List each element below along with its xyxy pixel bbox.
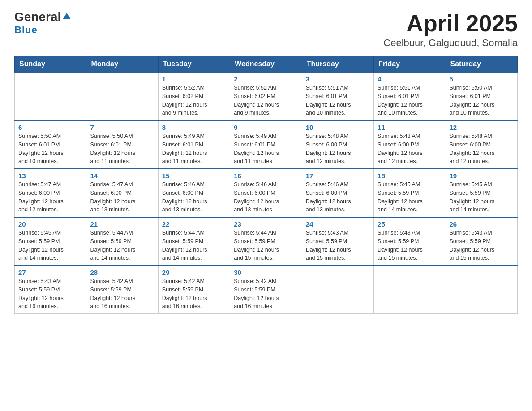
- calendar-cell: 12Sunrise: 5:48 AMSunset: 6:00 PMDayligh…: [446, 120, 517, 169]
- day-number: 5: [450, 75, 514, 83]
- day-number: 30: [234, 269, 298, 276]
- day-number: 10: [306, 124, 370, 131]
- day-info: Sunrise: 5:43 AMSunset: 5:59 PMDaylight:…: [18, 277, 82, 311]
- day-number: 21: [90, 220, 154, 228]
- day-number: 26: [450, 220, 514, 228]
- calendar-cell: 14Sunrise: 5:47 AMSunset: 6:00 PMDayligh…: [86, 169, 158, 217]
- day-number: 18: [378, 172, 442, 180]
- calendar-cell: 8Sunrise: 5:49 AMSunset: 6:01 PMDaylight…: [158, 120, 230, 169]
- column-header-tuesday: Tuesday: [158, 56, 230, 73]
- logo-icon: [62, 11, 72, 21]
- logo-blue: Blue: [14, 24, 38, 36]
- calendar-week-row: 1Sunrise: 5:52 AMSunset: 6:02 PMDaylight…: [15, 72, 518, 120]
- day-number: 29: [162, 269, 226, 276]
- day-info: Sunrise: 5:48 AMSunset: 6:00 PMDaylight:…: [378, 132, 442, 166]
- calendar-header-row: SundayMondayTuesdayWednesdayThursdayFrid…: [15, 56, 518, 73]
- day-info: Sunrise: 5:49 AMSunset: 6:01 PMDaylight:…: [234, 132, 298, 166]
- day-info: Sunrise: 5:52 AMSunset: 6:02 PMDaylight:…: [162, 84, 226, 117]
- day-number: 27: [18, 269, 82, 276]
- day-number: 1: [162, 75, 226, 83]
- calendar-cell: 9Sunrise: 5:49 AMSunset: 6:01 PMDaylight…: [230, 120, 302, 169]
- calendar-cell: 25Sunrise: 5:43 AMSunset: 5:59 PMDayligh…: [374, 217, 446, 265]
- day-number: 8: [162, 124, 226, 131]
- column-header-thursday: Thursday: [302, 56, 373, 73]
- title-block: April 2025 Ceelbuur, Galguduud, Somalia: [383, 11, 518, 49]
- calendar-cell: 29Sunrise: 5:42 AMSunset: 5:59 PMDayligh…: [158, 265, 230, 314]
- calendar-cell: 15Sunrise: 5:46 AMSunset: 6:00 PMDayligh…: [158, 169, 230, 217]
- calendar-week-row: 13Sunrise: 5:47 AMSunset: 6:00 PMDayligh…: [15, 169, 518, 217]
- day-number: 15: [162, 172, 226, 180]
- calendar-cell: 21Sunrise: 5:44 AMSunset: 5:59 PMDayligh…: [86, 217, 158, 265]
- day-number: 25: [378, 220, 442, 228]
- page-header: General Blue April 2025 Ceelbuur, Galgud…: [14, 11, 518, 49]
- calendar-cell: 18Sunrise: 5:45 AMSunset: 5:59 PMDayligh…: [374, 169, 446, 217]
- calendar-cell: 20Sunrise: 5:45 AMSunset: 5:59 PMDayligh…: [15, 217, 86, 265]
- day-number: 28: [90, 269, 154, 276]
- day-number: 19: [450, 172, 514, 180]
- day-number: 3: [306, 75, 370, 83]
- day-info: Sunrise: 5:46 AMSunset: 6:00 PMDaylight:…: [162, 180, 226, 214]
- column-header-wednesday: Wednesday: [230, 56, 302, 73]
- calendar-week-row: 27Sunrise: 5:43 AMSunset: 5:59 PMDayligh…: [15, 265, 518, 314]
- day-number: 2: [234, 75, 298, 83]
- day-info: Sunrise: 5:51 AMSunset: 6:01 PMDaylight:…: [306, 84, 370, 117]
- day-info: Sunrise: 5:49 AMSunset: 6:01 PMDaylight:…: [162, 132, 226, 166]
- calendar-cell: 22Sunrise: 5:44 AMSunset: 5:59 PMDayligh…: [158, 217, 230, 265]
- day-number: 12: [450, 124, 514, 131]
- svg-marker-0: [63, 13, 71, 19]
- logo: General Blue: [14, 11, 72, 36]
- calendar-cell: 17Sunrise: 5:46 AMSunset: 6:00 PMDayligh…: [302, 169, 373, 217]
- column-header-sunday: Sunday: [15, 56, 86, 73]
- day-info: Sunrise: 5:47 AMSunset: 6:00 PMDaylight:…: [18, 180, 82, 214]
- logo-general: General: [14, 11, 61, 23]
- day-info: Sunrise: 5:46 AMSunset: 6:00 PMDaylight:…: [234, 180, 298, 214]
- calendar-cell: [302, 265, 373, 314]
- calendar-cell: 10Sunrise: 5:48 AMSunset: 6:00 PMDayligh…: [302, 120, 373, 169]
- day-info: Sunrise: 5:42 AMSunset: 5:59 PMDaylight:…: [90, 277, 154, 311]
- day-number: 14: [90, 172, 154, 180]
- calendar-cell: 4Sunrise: 5:51 AMSunset: 6:01 PMDaylight…: [374, 72, 446, 120]
- day-info: Sunrise: 5:48 AMSunset: 6:00 PMDaylight:…: [450, 132, 514, 166]
- day-number: 17: [306, 172, 370, 180]
- day-info: Sunrise: 5:45 AMSunset: 5:59 PMDaylight:…: [378, 180, 442, 214]
- day-number: 9: [234, 124, 298, 131]
- day-number: 24: [306, 220, 370, 228]
- day-number: 11: [378, 124, 442, 131]
- calendar-cell: 30Sunrise: 5:42 AMSunset: 5:59 PMDayligh…: [230, 265, 302, 314]
- day-info: Sunrise: 5:43 AMSunset: 5:59 PMDaylight:…: [306, 229, 370, 262]
- calendar-cell: 19Sunrise: 5:45 AMSunset: 5:59 PMDayligh…: [446, 169, 517, 217]
- calendar-cell: 5Sunrise: 5:50 AMSunset: 6:01 PMDaylight…: [446, 72, 517, 120]
- column-header-saturday: Saturday: [446, 56, 517, 73]
- calendar-cell: 16Sunrise: 5:46 AMSunset: 6:00 PMDayligh…: [230, 169, 302, 217]
- calendar-cell: 2Sunrise: 5:52 AMSunset: 6:02 PMDaylight…: [230, 72, 302, 120]
- calendar-cell: 26Sunrise: 5:43 AMSunset: 5:59 PMDayligh…: [446, 217, 517, 265]
- calendar-week-row: 20Sunrise: 5:45 AMSunset: 5:59 PMDayligh…: [15, 217, 518, 265]
- calendar-cell: 23Sunrise: 5:44 AMSunset: 5:59 PMDayligh…: [230, 217, 302, 265]
- calendar-cell: [15, 72, 86, 120]
- calendar-cell: 28Sunrise: 5:42 AMSunset: 5:59 PMDayligh…: [86, 265, 158, 314]
- day-info: Sunrise: 5:50 AMSunset: 6:01 PMDaylight:…: [90, 132, 154, 166]
- calendar-cell: 7Sunrise: 5:50 AMSunset: 6:01 PMDaylight…: [86, 120, 158, 169]
- calendar-table: SundayMondayTuesdayWednesdayThursdayFrid…: [14, 56, 518, 314]
- day-info: Sunrise: 5:51 AMSunset: 6:01 PMDaylight:…: [378, 84, 442, 117]
- page-title: April 2025: [383, 11, 518, 36]
- calendar-cell: 13Sunrise: 5:47 AMSunset: 6:00 PMDayligh…: [15, 169, 86, 217]
- calendar-cell: 11Sunrise: 5:48 AMSunset: 6:00 PMDayligh…: [374, 120, 446, 169]
- column-header-friday: Friday: [374, 56, 446, 73]
- day-info: Sunrise: 5:50 AMSunset: 6:01 PMDaylight:…: [450, 84, 514, 117]
- day-info: Sunrise: 5:48 AMSunset: 6:00 PMDaylight:…: [306, 132, 370, 166]
- column-header-monday: Monday: [86, 56, 158, 73]
- day-number: 20: [18, 220, 82, 228]
- calendar-week-row: 6Sunrise: 5:50 AMSunset: 6:01 PMDaylight…: [15, 120, 518, 169]
- day-info: Sunrise: 5:46 AMSunset: 6:00 PMDaylight:…: [306, 180, 370, 214]
- day-info: Sunrise: 5:44 AMSunset: 5:59 PMDaylight:…: [162, 229, 226, 262]
- calendar-cell: 3Sunrise: 5:51 AMSunset: 6:01 PMDaylight…: [302, 72, 373, 120]
- day-info: Sunrise: 5:45 AMSunset: 5:59 PMDaylight:…: [450, 180, 514, 214]
- day-info: Sunrise: 5:47 AMSunset: 6:00 PMDaylight:…: [90, 180, 154, 214]
- calendar-cell: 6Sunrise: 5:50 AMSunset: 6:01 PMDaylight…: [15, 120, 86, 169]
- day-number: 7: [90, 124, 154, 131]
- day-info: Sunrise: 5:50 AMSunset: 6:01 PMDaylight:…: [18, 132, 82, 166]
- day-info: Sunrise: 5:44 AMSunset: 5:59 PMDaylight:…: [234, 229, 298, 262]
- day-number: 6: [18, 124, 82, 131]
- day-number: 4: [378, 75, 442, 83]
